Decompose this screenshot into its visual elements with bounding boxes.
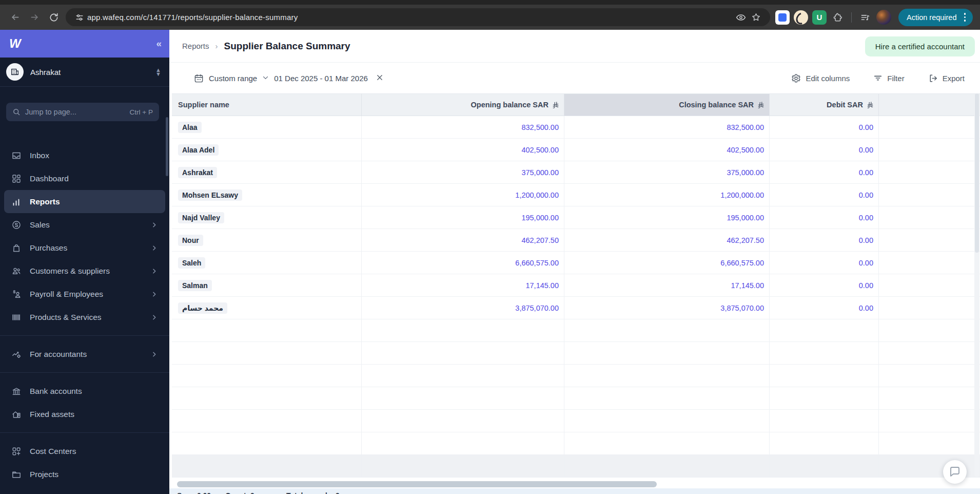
sidebar-item-bank-accounts[interactable]: Bank accounts [4, 379, 165, 403]
eye-icon[interactable] [733, 10, 749, 25]
table-row[interactable]: Alaa Adel402,500.00402,500.000.00 [172, 139, 980, 161]
supplier-name-cell[interactable]: Salman [172, 274, 362, 296]
closing-balance-cell[interactable]: 1,200,000.00 [564, 184, 770, 206]
opening-balance-cell[interactable]: 375,000.00 [362, 161, 564, 183]
table-row[interactable]: محمد حسام3,875,070.003,875,070.000.00 [172, 297, 980, 319]
column-header-supplier-name[interactable]: Supplier name [172, 94, 362, 116]
table-row[interactable]: Nour462,207.50462,207.500.00 [172, 229, 980, 252]
column-header-closing-balance[interactable]: Closing balance SAR [564, 94, 770, 116]
closing-balance-cell[interactable]: 6,660,575.00 [564, 252, 770, 274]
opening-balance-cell[interactable]: 195,000.00 [362, 206, 564, 229]
table-row[interactable]: Najd Valley195,000.00195,000.000.00 [172, 206, 980, 229]
opening-balance-cell[interactable]: 3,875,070.00 [362, 297, 564, 319]
supplier-name-cell[interactable]: Najd Valley [172, 206, 362, 229]
extension-blue-icon[interactable] [775, 10, 790, 25]
empty-table-row[interactable] [172, 319, 980, 342]
closing-balance-cell[interactable]: 195,000.00 [564, 206, 770, 229]
closing-balance-cell[interactable]: 402,500.00 [564, 139, 770, 161]
empty-table-row[interactable] [172, 432, 980, 455]
sidebar-item-fixed-assets[interactable]: Fixed assets [4, 403, 165, 426]
address-bar[interactable]: app.wafeq.com/c/141771/reports/supplier-… [66, 8, 770, 26]
extension-green-icon[interactable]: U [812, 10, 827, 25]
debit-cell[interactable]: 0.00 [770, 116, 879, 138]
filter-button[interactable]: Filter [873, 73, 904, 83]
supplier-name-cell[interactable]: Alaa [172, 116, 362, 138]
vertical-scrollbar[interactable] [974, 93, 979, 477]
sidebar-item-for-accountants[interactable]: For accountants [4, 343, 165, 366]
range-type-label[interactable]: Custom range [209, 74, 257, 83]
site-controls-icon[interactable] [72, 10, 87, 25]
profile-avatar[interactable] [876, 10, 891, 25]
sidebar-item-reports[interactable]: Reports [4, 190, 165, 213]
empty-table-row[interactable] [172, 410, 980, 432]
edit-columns-button[interactable]: Edit columns [791, 73, 850, 83]
debit-cell[interactable]: 0.00 [770, 229, 879, 251]
closing-balance-cell[interactable]: 17,145.00 [564, 274, 770, 296]
jump-to-page-input[interactable]: Jump to page... Ctrl + P [6, 103, 159, 121]
opening-balance-cell[interactable]: 402,500.00 [362, 139, 564, 161]
supplier-name-cell[interactable]: Ashrakat [172, 161, 362, 183]
action-required-button[interactable]: Action required [898, 9, 973, 26]
media-playlist-icon[interactable] [858, 10, 872, 25]
company-selector[interactable]: Ashrakat ▲▼ [0, 58, 169, 87]
sidebar-item-sales[interactable]: Sales [4, 213, 165, 236]
sidebar-item-inbox[interactable]: Inbox [4, 144, 165, 167]
reload-icon[interactable] [44, 8, 64, 27]
debit-cell[interactable]: 0.00 [770, 139, 879, 161]
sidebar-item-dashboard[interactable]: Dashboard [4, 167, 165, 190]
chat-launcher-button[interactable] [943, 460, 967, 484]
range-value[interactable]: 01 Dec 2025 - 01 Mar 2026 [274, 74, 368, 83]
range-chevron-down-icon[interactable] [262, 74, 269, 83]
supplier-name-cell[interactable]: Saleh [172, 252, 362, 274]
supplier-name-cell[interactable]: Mohsen ELsawy [172, 184, 362, 206]
date-range-control[interactable]: Custom range 01 Dec 2025 - 01 Mar 2026 [194, 73, 383, 83]
supplier-name-cell[interactable]: محمد حسام [172, 297, 362, 319]
collapse-sidebar-icon[interactable]: « [156, 38, 160, 49]
browser-menu-icon[interactable] [961, 11, 969, 24]
table-row[interactable]: Saleh6,660,575.006,660,575.000.00 [172, 252, 980, 274]
bookmark-star-icon[interactable] [749, 10, 764, 25]
empty-table-row[interactable] [172, 342, 980, 365]
debit-cell[interactable]: 0.00 [770, 161, 879, 183]
debit-cell[interactable]: 0.00 [770, 184, 879, 206]
horizontal-scrollbar-thumb[interactable] [177, 481, 657, 487]
sidebar-item-products-services[interactable]: Products & Services [4, 306, 165, 329]
extension-round-icon[interactable] [794, 10, 808, 25]
table-row[interactable]: Mohsen ELsawy1,200,000.001,200,000.000.0… [172, 184, 980, 206]
opening-balance-cell[interactable]: 832,500.00 [362, 116, 564, 138]
closing-balance-cell[interactable]: 462,207.50 [564, 229, 770, 251]
supplier-name-cell[interactable]: Alaa Adel [172, 139, 362, 161]
opening-balance-cell[interactable]: 6,660,575.00 [362, 252, 564, 274]
debit-cell[interactable]: 0.00 [770, 297, 879, 319]
column-header-opening-balance[interactable]: Opening balance SAR [362, 94, 564, 116]
sidebar-item-customers-suppliers[interactable]: Customers & suppliers [4, 259, 165, 282]
breadcrumb[interactable]: Reports [182, 42, 209, 50]
closing-balance-cell[interactable]: 832,500.00 [564, 116, 770, 138]
debit-cell[interactable]: 0.00 [770, 274, 879, 296]
clear-range-icon[interactable] [376, 74, 383, 83]
column-header-debit[interactable]: Debit SAR [770, 94, 879, 116]
empty-table-row[interactable] [172, 387, 980, 410]
sidebar-item-purchases[interactable]: Purchases [4, 236, 165, 259]
supplier-name-cell[interactable]: Nour [172, 229, 362, 251]
opening-balance-cell[interactable]: 17,145.00 [362, 274, 564, 296]
table-row[interactable]: Alaa832,500.00832,500.000.00 [172, 116, 980, 139]
hire-accountant-button[interactable]: Hire a certified accountant [865, 36, 975, 56]
closing-balance-cell[interactable]: 3,875,070.00 [564, 297, 770, 319]
closing-balance-cell[interactable]: 375,000.00 [564, 161, 770, 183]
sidebar-item-projects[interactable]: Projects [4, 463, 165, 486]
empty-table-row[interactable] [172, 455, 980, 478]
debit-cell[interactable]: 0.00 [770, 252, 879, 274]
opening-balance-cell[interactable]: 1,200,000.00 [362, 184, 564, 206]
empty-table-row[interactable] [172, 365, 980, 387]
sidebar-item-payroll-employees[interactable]: Payroll & Employees [4, 282, 165, 306]
back-icon[interactable] [5, 8, 25, 27]
wafeq-logo[interactable]: W [9, 36, 21, 51]
opening-balance-cell[interactable]: 462,207.50 [362, 229, 564, 251]
debit-cell[interactable]: 0.00 [770, 206, 879, 229]
forward-icon[interactable] [25, 8, 44, 27]
table-row[interactable]: Ashrakat375,000.00375,000.000.00 [172, 161, 980, 184]
export-button[interactable]: Export [928, 73, 965, 83]
table-row[interactable]: Salman17,145.0017,145.000.00 [172, 274, 980, 297]
extensions-puzzle-icon[interactable] [831, 10, 845, 25]
